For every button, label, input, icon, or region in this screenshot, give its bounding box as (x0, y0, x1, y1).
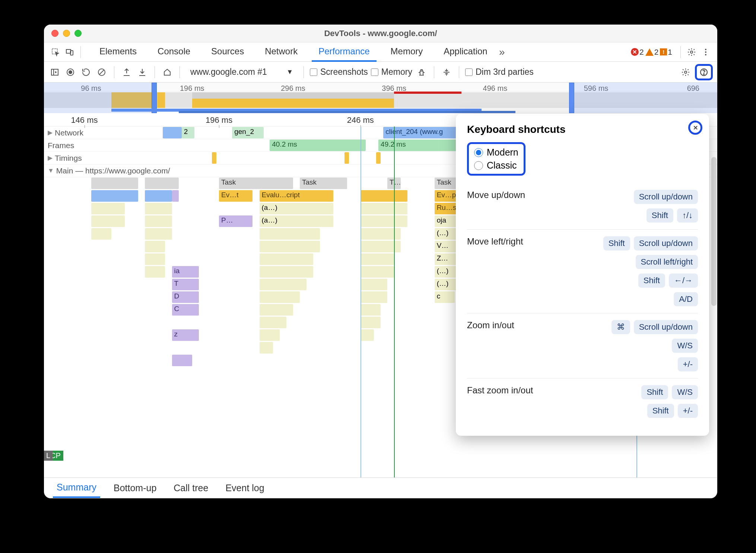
flame-bar[interactable] (260, 317, 286, 328)
settings-gear-icon[interactable] (685, 46, 698, 58)
upload-icon[interactable] (120, 66, 133, 79)
inspect-icon[interactable] (49, 46, 62, 58)
disclosure-icon[interactable]: ▼ (48, 167, 54, 175)
flame-bar[interactable] (360, 215, 408, 227)
flame-bar[interactable] (376, 152, 381, 164)
dim-3rd-parties-checkbox[interactable]: Dim 3rd parties (465, 67, 534, 77)
flame-bar[interactable]: (a…) (260, 215, 334, 227)
flame-bar[interactable] (344, 152, 349, 164)
screenshots-checkbox[interactable]: Screenshots (310, 67, 368, 77)
flame-bar[interactable] (212, 152, 216, 164)
download-icon[interactable] (136, 66, 149, 79)
flame-bar[interactable] (360, 266, 394, 278)
flame-bar[interactable] (360, 190, 408, 202)
mode-radio-classic[interactable]: Classic (474, 160, 518, 171)
flame-bar[interactable]: Task (300, 178, 347, 189)
overview-strip[interactable]: 96 ms196 ms296 ms396 ms496 ms596 ms696 m… (44, 83, 717, 113)
reload-record-icon[interactable] (80, 66, 92, 79)
collapse-icon[interactable] (440, 66, 453, 79)
flame-bar[interactable] (163, 127, 182, 138)
tab-sources[interactable]: Sources (204, 42, 251, 62)
flame-bar[interactable]: Ev…t (219, 190, 252, 202)
window-close-icon[interactable] (51, 30, 58, 37)
window-zoom-icon[interactable] (74, 30, 82, 37)
error-badge[interactable]: ✕2 (631, 48, 644, 57)
flame-bar[interactable]: P… (219, 215, 252, 227)
bottom-tab-bottom-up[interactable]: Bottom-up (110, 479, 160, 497)
memory-checkbox[interactable]: Memory (371, 67, 412, 77)
flame-bar[interactable] (360, 329, 374, 341)
tab-memory[interactable]: Memory (384, 42, 430, 62)
flame-bar[interactable] (91, 228, 111, 240)
shortcuts-help-button[interactable] (695, 64, 713, 80)
bottom-tab-call-tree[interactable]: Call tree (170, 479, 212, 497)
flame-bar[interactable] (360, 291, 387, 303)
marker-load[interactable]: L (44, 451, 53, 461)
flame-bar[interactable]: T (172, 279, 199, 290)
disclosure-icon[interactable]: ▶ (48, 129, 53, 137)
flame-bar[interactable]: Evalu…cript (260, 190, 334, 202)
flame-bar[interactable] (145, 228, 172, 240)
flame-bar[interactable] (91, 203, 125, 214)
flame-bar[interactable]: Task (219, 178, 293, 189)
flame-bar[interactable] (172, 190, 179, 202)
flame-bar[interactable] (145, 203, 172, 214)
flame-bar[interactable] (260, 228, 320, 240)
flame-bar[interactable] (260, 279, 307, 290)
bottom-tab-summary[interactable]: Summary (53, 478, 100, 498)
flame-bar[interactable] (172, 355, 192, 366)
flame-bar[interactable] (360, 253, 394, 265)
tab-console[interactable]: Console (151, 42, 197, 62)
flame-bar[interactable] (145, 190, 172, 202)
track-label[interactable]: ▶Network (44, 127, 87, 139)
flame-bar[interactable] (145, 266, 165, 278)
tab-elements[interactable]: Elements (93, 42, 143, 62)
flame-bar[interactable] (260, 266, 314, 278)
flame-bar[interactable] (145, 241, 165, 252)
flame-bar[interactable]: (a…) (260, 203, 334, 214)
flame-bar[interactable] (360, 317, 381, 328)
warning-badge[interactable]: 2 (645, 48, 659, 57)
flame-bar[interactable]: 2 (182, 127, 194, 138)
disclosure-icon[interactable]: ▶ (48, 154, 53, 162)
flame-bar[interactable] (260, 342, 273, 354)
flame-bar[interactable] (260, 329, 280, 341)
tab-application[interactable]: Application (437, 42, 494, 62)
flame-bar[interactable] (91, 178, 139, 189)
flame-bar[interactable] (260, 291, 300, 303)
track-label[interactable]: Frames (44, 139, 78, 151)
gc-icon[interactable] (415, 66, 428, 79)
device-icon[interactable] (63, 46, 76, 58)
bottom-tab-event-log[interactable]: Event log (222, 479, 268, 497)
flame-bar[interactable] (360, 304, 381, 316)
more-tabs-icon[interactable]: » (496, 46, 508, 58)
flame-bar[interactable]: c (435, 291, 455, 303)
mode-radio-modern[interactable]: Modern (474, 147, 518, 158)
flame-bar[interactable] (260, 241, 320, 252)
scrollbar[interactable] (711, 157, 717, 306)
flame-bar[interactable]: D (172, 291, 199, 303)
flame-bar[interactable] (145, 215, 172, 227)
issues-badge[interactable]: !1 (660, 48, 672, 57)
window-minimize-icon[interactable] (63, 30, 70, 37)
kebab-menu-icon[interactable] (699, 46, 712, 58)
recording-select[interactable]: www.google.com #1 ▼ (186, 65, 298, 79)
home-icon[interactable] (161, 66, 174, 79)
flame-bar[interactable]: z (172, 329, 199, 341)
flame-bar[interactable] (260, 304, 293, 316)
record-icon[interactable] (64, 66, 77, 79)
perf-settings-gear-icon[interactable] (679, 66, 692, 79)
clear-icon[interactable] (95, 66, 108, 79)
tab-network[interactable]: Network (258, 42, 304, 62)
track-label[interactable]: ▶Timings (44, 152, 86, 164)
flame-bar[interactable] (360, 203, 408, 214)
toggle-sidebar-icon[interactable] (48, 66, 61, 79)
flame-bar[interactable] (360, 279, 387, 290)
flame-bar[interactable] (145, 253, 165, 265)
close-icon[interactable]: ✕ (688, 121, 702, 135)
flame-bar[interactable] (91, 190, 139, 202)
flame-bar[interactable] (91, 215, 125, 227)
flame-bar[interactable]: gen_2 (232, 127, 264, 138)
flame-bar[interactable]: 40.2 ms (270, 140, 366, 151)
flame-bar[interactable]: ia (172, 266, 199, 278)
